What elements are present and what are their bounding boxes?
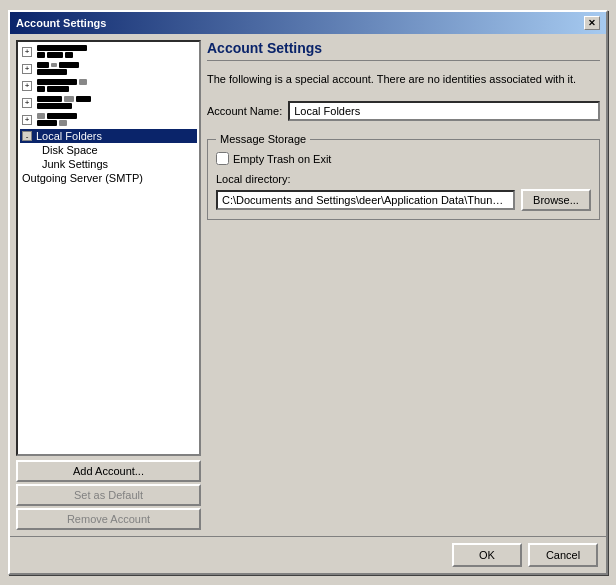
group-box-legend: Message Storage	[216, 133, 310, 145]
empty-trash-checkbox[interactable]	[216, 152, 229, 165]
list-item[interactable]: +	[20, 95, 197, 110]
right-panel: Account Settings The following is a spec…	[207, 40, 600, 530]
expand-icon[interactable]: +	[22, 81, 32, 91]
tree-item-label: Outgoing Server (SMTP)	[22, 172, 143, 184]
local-directory-section: Local directory: Browse...	[216, 173, 591, 211]
left-panel: + +	[16, 40, 201, 530]
message-storage-group: Message Storage Empty Trash on Exit Loca…	[207, 139, 600, 220]
tree-item-label: Junk Settings	[42, 158, 108, 170]
sidebar-item-junk-settings[interactable]: Junk Settings	[20, 157, 197, 171]
cancel-button[interactable]: Cancel	[528, 543, 598, 567]
titlebar: Account Settings	[10, 12, 606, 34]
empty-trash-label: Empty Trash on Exit	[233, 153, 331, 165]
placeholder-accounts: + +	[20, 44, 197, 127]
browse-button[interactable]: Browse...	[521, 189, 591, 211]
sidebar-item-outgoing-smtp[interactable]: Outgoing Server (SMTP)	[20, 171, 197, 185]
local-directory-input[interactable]	[216, 190, 515, 210]
left-buttons: Add Account... Set as Default Remove Acc…	[16, 460, 201, 530]
expand-icon[interactable]: +	[22, 115, 32, 125]
sidebar-item-local-folders[interactable]: - Local Folders	[20, 129, 197, 143]
tree-item-label: Local Folders	[36, 130, 102, 142]
sidebar-item-disk-space[interactable]: Disk Space	[20, 143, 197, 157]
account-name-input[interactable]	[288, 101, 600, 121]
ok-button[interactable]: OK	[452, 543, 522, 567]
list-item[interactable]: +	[20, 61, 197, 76]
add-account-button[interactable]: Add Account...	[16, 460, 201, 482]
list-item[interactable]: +	[20, 44, 197, 59]
local-directory-row: Browse...	[216, 189, 591, 211]
window-title: Account Settings	[16, 17, 106, 29]
window-content: + +	[10, 34, 606, 536]
account-name-label: Account Name:	[207, 105, 282, 117]
tree-item-label: Disk Space	[42, 144, 98, 156]
panel-title: Account Settings	[207, 40, 600, 61]
empty-trash-row: Empty Trash on Exit	[216, 152, 591, 165]
remove-account-button[interactable]: Remove Account	[16, 508, 201, 530]
local-directory-label: Local directory:	[216, 173, 591, 185]
panel-description: The following is a special account. Ther…	[207, 73, 600, 85]
set-default-button[interactable]: Set as Default	[16, 484, 201, 506]
close-button[interactable]	[584, 16, 600, 30]
account-settings-window: Account Settings +	[8, 10, 608, 575]
account-tree[interactable]: + +	[16, 40, 201, 456]
expand-icon[interactable]: +	[22, 47, 32, 57]
expand-icon[interactable]: +	[22, 98, 32, 108]
expand-icon[interactable]: +	[22, 64, 32, 74]
bottom-bar: OK Cancel	[10, 536, 606, 573]
collapse-icon[interactable]: -	[22, 131, 32, 141]
list-item[interactable]: +	[20, 78, 197, 93]
account-name-row: Account Name:	[207, 101, 600, 121]
list-item[interactable]: +	[20, 112, 197, 127]
